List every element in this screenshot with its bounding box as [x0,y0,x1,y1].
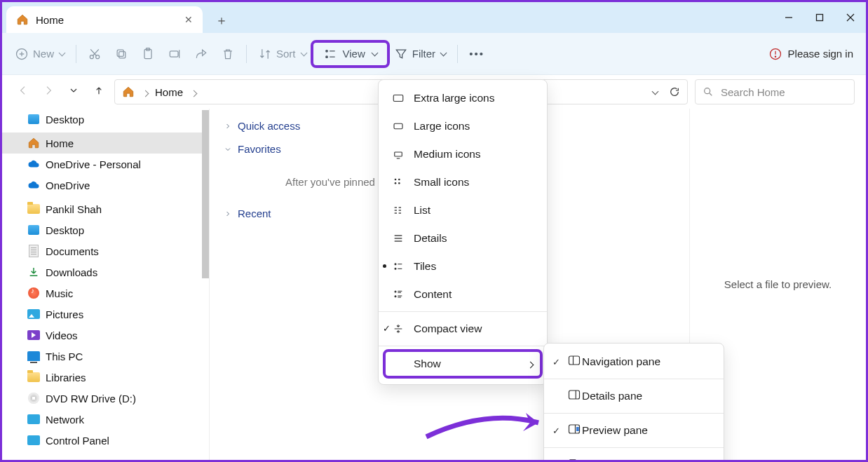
show-submenu: ✓Navigation paneDetails pane✓Preview pan… [543,343,724,462]
svg-line-25 [710,93,712,95]
recent-locations-button[interactable] [68,85,79,99]
view-option-extra-large-icons[interactable]: Extra large icons [379,84,547,112]
sidebar-item-pankil-shah[interactable]: Pankil Shah [2,198,209,219]
sidebar-item-this-pc[interactable]: This PC [2,346,209,367]
view-menu: Extra large iconsLarge iconsMedium icons… [378,79,548,385]
search-placeholder: Search Home [721,86,785,98]
view-option-tiles[interactable]: Tiles [379,252,547,280]
view-compact[interactable]: ✓Compact view [379,315,547,343]
svg-rect-53 [569,356,580,365]
chevron-right-icon [527,358,533,370]
paste-icon[interactable] [141,47,155,61]
svg-rect-11 [119,51,126,57]
new-button[interactable]: New [15,47,65,61]
svg-point-24 [705,88,710,94]
toolbar: New Sort View Filter ••• Please sign in [2,33,866,75]
show-option-preview-pane[interactable]: ✓Preview pane [544,416,724,444]
sidebar-item-onedrive-personal[interactable]: OneDrive - Personal [2,154,209,175]
close-tab-icon[interactable]: ✕ [184,14,193,25]
blue-icon [27,224,40,236]
svg-rect-1 [817,15,823,21]
sidebar-item-dvd-rw-drive-d-[interactable]: DVD RW Drive (D:) [2,388,209,409]
svg-point-31 [398,179,400,181]
music-icon [27,287,40,299]
svg-point-23 [775,56,775,57]
sidebar-item-videos[interactable]: Videos [2,325,209,346]
tab-title: Home [36,14,64,26]
svg-point-33 [398,182,400,184]
close-window-button[interactable] [835,2,866,33]
chevron-down-icon [58,48,65,60]
view-option-list[interactable]: List [379,196,547,224]
refresh-icon[interactable] [669,86,680,97]
view-option-content[interactable]: Content [379,280,547,308]
address-dropdown[interactable] [651,86,658,98]
vid-icon [27,329,40,341]
copy-icon[interactable] [114,47,128,61]
forward-button[interactable] [43,85,54,99]
svg-rect-55 [569,390,580,399]
view-icon [323,47,337,61]
view-button[interactable]: View [311,40,390,68]
home-icon [27,137,40,149]
sign-in-button[interactable]: Please sign in [768,47,853,61]
view-option-medium-icons[interactable]: Medium icons [379,140,547,168]
chevron-down-icon [371,48,377,60]
preview-hint: Select a file to preview. [724,278,832,290]
sort-button[interactable]: Sort [258,47,306,61]
view-show[interactable]: Show [383,349,543,379]
svg-rect-15 [170,50,178,56]
sidebar-item-desktop[interactable]: Desktop [2,219,209,240]
window-controls [773,2,866,33]
tab-home[interactable]: Home ✕ [6,6,203,33]
rename-icon[interactable] [168,47,182,61]
sidebar-item-control-panel[interactable]: Control Panel [2,430,209,451]
maximize-button[interactable] [804,2,835,33]
chevron-down-icon [300,48,306,60]
sidebar-item-pictures[interactable]: Pictures [2,304,209,325]
plus-circle-icon [15,47,29,61]
view-option-details[interactable]: Details [379,224,547,252]
sidebar-item-network[interactable]: Network [2,409,209,430]
check-icon: ✓ [552,357,560,367]
back-button[interactable] [18,85,29,99]
sidebar-item-desktop[interactable]: Desktop [2,109,209,130]
home-icon [16,13,29,26]
filter-button[interactable]: Filter [394,47,446,61]
net-icon [27,413,40,426]
up-button[interactable] [93,85,104,99]
sidebar-scrollbar[interactable] [202,110,209,278]
svg-rect-12 [117,50,123,56]
cloud-icon [27,179,40,191]
view-option-small-icons[interactable]: Small icons [379,168,547,196]
sidebar-item-home[interactable]: Home [2,133,209,154]
sidebar-item-onedrive[interactable]: OneDrive [2,175,209,196]
new-tab-button[interactable]: ＋ [215,12,228,33]
show-option-navigation-pane[interactable]: ✓Navigation pane [544,348,724,376]
sidebar-item-downloads[interactable]: Downloads [2,261,209,283]
home-icon [122,86,135,98]
svg-point-17 [325,50,327,52]
svg-point-30 [395,179,397,181]
more-button[interactable]: ••• [469,48,484,60]
search-box[interactable]: Search Home [695,79,855,104]
svg-point-43 [395,264,396,265]
breadcrumb-home[interactable]: Home [155,86,183,98]
sidebar-item-libraries[interactable]: Libraries [2,367,209,388]
show-option-item-check-boxes[interactable]: ✓Item check boxes [544,451,724,462]
chevron-right-icon [190,86,196,98]
svg-point-18 [325,55,327,57]
minimize-button[interactable] [773,2,804,33]
cut-icon[interactable] [88,47,102,61]
share-icon[interactable] [194,47,208,61]
check-icon: ✓ [383,323,391,334]
delete-icon[interactable] [221,47,235,61]
sort-icon [258,47,272,61]
sidebar-item-documents[interactable]: Documents [2,240,209,261]
svg-point-44 [395,268,396,269]
svg-point-32 [395,182,397,184]
view-option-large-icons[interactable]: Large icons [379,112,547,140]
sidebar-item-music[interactable]: Music [2,283,209,304]
show-option-details-pane[interactable]: Details pane [544,382,724,410]
svg-rect-28 [395,152,402,156]
